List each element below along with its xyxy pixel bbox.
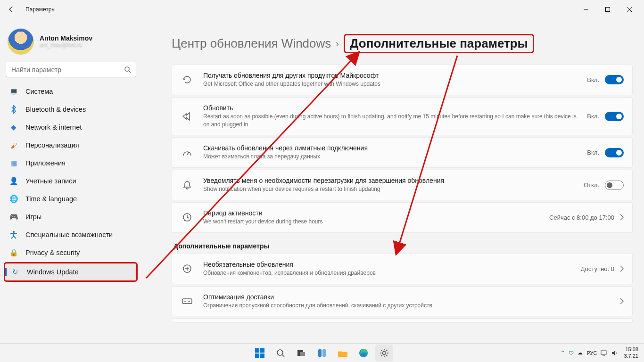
nav-icon: 🔒 [9, 248, 18, 257]
start-button[interactable] [251, 345, 269, 362]
sidebar-item-6[interactable]: 🌐Time & language [4, 190, 138, 207]
card-subtitle: Может взиматься плата за передачу данных [203, 153, 578, 161]
edge-icon[interactable] [355, 345, 372, 362]
toggle[interactable] [605, 112, 624, 121]
toggle[interactable] [605, 148, 624, 157]
taskbar: ⌃ 🛡 ☁ РУС 15:08 3.7.21 [0, 343, 644, 362]
svg-rect-23 [322, 349, 326, 357]
svg-rect-11 [182, 299, 192, 304]
breadcrumb: Центр обновления Windows › Дополнительны… [172, 34, 633, 53]
card-title: Обновить [203, 104, 578, 112]
nav: 💻СистемаBluetooth & devices◆Network & in… [4, 83, 138, 282]
close-button[interactable] [619, 2, 640, 17]
chevron-right-icon [620, 214, 624, 221]
card-title: Получать обновления для других продуктов… [203, 72, 578, 79]
title-bar: Параметры [0, 0, 644, 19]
nav-icon: ▦ [9, 159, 18, 167]
nav-label: Специальные возможности [25, 231, 113, 239]
nav-label: Игры [25, 213, 41, 221]
sidebar-item-8[interactable]: Специальные возможности [4, 226, 138, 243]
svg-rect-21 [300, 352, 305, 356]
tray-shield-icon[interactable]: 🛡 [569, 350, 574, 356]
toggle-state: Вкл. [587, 149, 599, 156]
nav-icon: 👤 [9, 177, 18, 185]
card-right: Откл. [584, 181, 624, 190]
nav-label: Privacy & security [25, 249, 80, 256]
meter-icon [181, 148, 194, 157]
history-icon [181, 75, 194, 84]
plus-icon [181, 264, 194, 273]
toggle[interactable] [605, 75, 624, 84]
card-subtitle: Show notification when your device requi… [203, 185, 574, 193]
settings-card[interactable]: Скачивать обновления через лимитные подк… [172, 137, 633, 168]
svg-rect-16 [255, 354, 259, 358]
svg-rect-24 [338, 352, 347, 357]
settings-card[interactable]: Период активностиWe won't restart your d… [172, 202, 633, 233]
svg-rect-14 [255, 348, 259, 353]
widgets-icon[interactable] [313, 345, 331, 362]
sidebar-item-0[interactable]: 💻Система [4, 83, 138, 100]
back-button[interactable] [4, 2, 19, 17]
sidebar-item-7[interactable]: 🎮Игры [4, 208, 138, 225]
task-view-icon[interactable] [292, 345, 310, 362]
tray-clock[interactable]: 15:08 3.7.21 [622, 346, 640, 359]
sidebar-item-2[interactable]: ◆Network & internet [4, 119, 138, 136]
tray-lang[interactable]: РУС [586, 350, 597, 356]
card-right: Вкл. [587, 148, 624, 157]
settings-card[interactable]: Оптимизация доставкиОграничения пропускн… [172, 286, 633, 317]
sidebar-item-4[interactable]: ▦Приложения [4, 155, 138, 172]
settings-card[interactable]: Уведомлять меня о необходимости перезагр… [172, 170, 633, 200]
svg-point-4 [13, 231, 15, 233]
toggle-state: Откл. [584, 181, 599, 189]
card-right: Сейчас с 8:00 до 17:00 [549, 214, 624, 221]
section-header: Дополнительные параметры [173, 242, 633, 250]
svg-line-34 [381, 355, 382, 356]
sidebar-item-9[interactable]: 🔒Privacy & security [4, 244, 138, 261]
minimize-button[interactable] [575, 2, 597, 17]
content: Центр обновления Windows › Дополнительны… [141, 19, 644, 343]
settings-taskbar-icon[interactable] [375, 345, 393, 362]
chevron-right-icon [620, 298, 624, 304]
tray-network-icon[interactable] [601, 350, 608, 356]
nav-icon: 🌐 [9, 195, 18, 203]
search-icon [124, 66, 131, 73]
toggle-state: Вкл. [587, 76, 599, 83]
sidebar-item-1[interactable]: Bluetooth & devices [4, 101, 138, 118]
window-controls [575, 2, 640, 17]
delivery-icon [181, 297, 194, 305]
app-title: Параметры [25, 6, 56, 13]
card-body: Период активностиWe won't restart your d… [203, 209, 540, 226]
tray-cloud-icon[interactable]: ☁ [578, 350, 583, 356]
card-body: ОбновитьRestart as soon as possible (eve… [203, 104, 578, 129]
tray-chevron-icon[interactable]: ⌃ [561, 350, 565, 356]
nav-label: Windows Update [27, 268, 79, 276]
card-right-text: Сейчас с 8:00 до 17:00 [549, 214, 614, 221]
nav-icon: 🎮 [9, 213, 18, 221]
tray-date: 3.7.21 [624, 353, 638, 359]
card-title: Скачивать обновления через лимитные подк… [203, 144, 578, 152]
explorer-icon[interactable] [334, 345, 352, 362]
sidebar-item-10[interactable]: ↻Windows Update [4, 262, 138, 282]
sidebar-item-5[interactable]: 👤Учетные записи [4, 173, 138, 189]
sidebar: Anton Maksimov ant_max@live.ru 💻СистемаB… [0, 19, 141, 343]
breadcrumb-parent[interactable]: Центр обновления Windows [172, 36, 331, 51]
card-partial[interactable] [172, 318, 633, 323]
svg-rect-1 [606, 8, 610, 12]
taskbar-search-icon[interactable] [272, 345, 289, 362]
taskbar-tray: ⌃ 🛡 ☁ РУС 15:08 3.7.21 [561, 346, 644, 359]
settings-card[interactable]: Необязательные обновленияОбновления комп… [172, 254, 633, 284]
sidebar-item-3[interactable]: 🖌Персонализация [4, 137, 138, 154]
chevron-right-icon: › [336, 38, 339, 49]
profile-block[interactable]: Anton Maksimov ant_max@live.ru [4, 21, 138, 60]
toggle[interactable] [605, 181, 624, 190]
search-input[interactable] [6, 62, 136, 77]
svg-point-26 [383, 351, 386, 354]
nav-icon: ◆ [9, 123, 18, 132]
svg-point-7 [184, 220, 185, 221]
maximize-button[interactable] [597, 2, 619, 17]
settings-card[interactable]: ОбновитьRestart as soon as possible (eve… [172, 97, 633, 136]
card-title: Необязательные обновления [203, 261, 571, 268]
tray-volume-icon[interactable] [611, 350, 618, 356]
settings-card[interactable]: Получать обновления для других продуктов… [172, 65, 633, 95]
svg-rect-35 [601, 351, 606, 354]
